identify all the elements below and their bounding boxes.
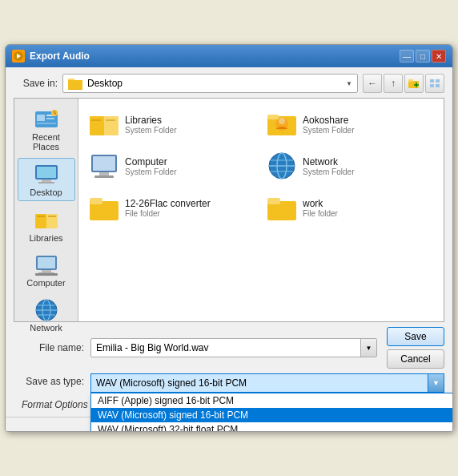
svg-rect-26 xyxy=(48,216,56,217)
save-in-label: Save in: xyxy=(14,78,58,89)
svg-rect-37 xyxy=(90,116,104,135)
svg-rect-55 xyxy=(90,198,102,204)
file-item-libraries[interactable]: Libraries System Folder xyxy=(86,107,258,142)
sidebar-item-libraries-label: Libraries xyxy=(29,233,62,243)
file-item-name-libraries: Libraries xyxy=(125,115,176,126)
svg-rect-14 xyxy=(37,115,45,121)
title-bar: Export Audio — □ ✕ xyxy=(6,45,452,67)
svg-rect-22 xyxy=(38,182,54,184)
file-item-name-flac: 12-26Flac converter xyxy=(125,198,211,209)
save-in-arrow[interactable]: ▼ xyxy=(346,80,352,87)
sidebar: Recent Places Desktop xyxy=(14,99,78,321)
sidebar-item-desktop[interactable]: Desktop xyxy=(18,158,75,201)
minimize-button[interactable]: — xyxy=(400,50,414,63)
flac-folder-icon xyxy=(90,193,119,222)
file-item-type-computer: System Folder xyxy=(125,167,176,176)
save-as-type-row: Save as type: WAV (Microsoft) signed 16-… xyxy=(14,373,444,393)
svg-point-44 xyxy=(279,118,285,124)
file-name-dropdown-btn[interactable]: ▼ xyxy=(360,339,376,357)
action-buttons: Save Cancel xyxy=(387,327,444,369)
cancel-button[interactable]: Cancel xyxy=(387,349,444,369)
file-item-type-flac: File folder xyxy=(125,209,211,218)
new-folder-button[interactable] xyxy=(404,74,424,93)
save-as-type-combo[interactable]: WAV (Microsoft) signed 16-bit PCM xyxy=(90,373,428,393)
dd-item-0[interactable]: AIFF (Apple) signed 16-bit PCM xyxy=(91,393,453,408)
file-item-network[interactable]: Network System Folder xyxy=(264,148,436,184)
save-in-row: Save in: Desktop ▼ ← ↑ xyxy=(14,74,444,93)
nav-buttons: ← ↑ xyxy=(363,74,444,93)
file-item-flac[interactable]: 12-26Flac converter File folder xyxy=(86,190,258,225)
up-button[interactable]: ↑ xyxy=(384,74,403,93)
svg-rect-57 xyxy=(267,198,280,204)
back-button[interactable]: ← xyxy=(363,74,382,93)
svg-rect-11 xyxy=(430,84,434,87)
work-folder-icon xyxy=(267,193,296,222)
view-button[interactable] xyxy=(425,74,444,93)
app-icon xyxy=(12,50,25,63)
save-in-location: Desktop xyxy=(87,78,341,89)
svg-rect-29 xyxy=(42,270,51,272)
file-item-work[interactable]: work File folder xyxy=(264,190,436,225)
svg-rect-9 xyxy=(430,79,434,83)
file-item-info-network: Network System Folder xyxy=(303,156,354,176)
libraries-folder-icon xyxy=(90,110,119,139)
file-item-type-network: System Folder xyxy=(303,167,354,176)
file-item-info-computer: Computer System Folder xyxy=(125,156,176,176)
save-button[interactable]: Save xyxy=(387,327,444,346)
sidebar-item-computer[interactable]: Computer xyxy=(18,249,75,291)
title-bar-left: Export Audio xyxy=(12,50,90,63)
computer-folder-icon xyxy=(90,151,119,180)
file-item-name-work: work xyxy=(303,198,338,209)
aokoshare-folder-icon xyxy=(267,110,296,139)
sidebar-item-computer-label: Computer xyxy=(26,278,65,288)
bottom-section: File name: Emilia - Big Big World.wav ▼ … xyxy=(14,327,444,410)
file-item-name-computer: Computer xyxy=(125,156,176,167)
sidebar-item-libraries[interactable]: Libraries xyxy=(18,204,75,246)
dd-item-2[interactable]: WAV (Microsoft) 32-bit float PCM xyxy=(91,422,453,432)
close-button[interactable]: ✕ xyxy=(432,50,446,63)
sidebar-item-desktop-label: Desktop xyxy=(30,188,62,197)
network-folder-icon xyxy=(267,151,296,180)
svg-rect-46 xyxy=(93,156,115,171)
computer-icon xyxy=(34,252,59,278)
network-icon xyxy=(34,297,59,323)
svg-rect-40 xyxy=(106,119,115,121)
svg-rect-4 xyxy=(68,80,82,89)
folder-icon xyxy=(68,77,82,90)
file-item-type-work: File folder xyxy=(303,209,338,218)
file-name-input-wrapper[interactable]: Emilia - Big Big World.wav ▼ xyxy=(90,338,377,357)
libraries-icon xyxy=(34,208,59,233)
file-item-aokoshare[interactable]: Aokoshare System Folder xyxy=(264,107,436,142)
format-options-label: Format Options xyxy=(14,399,88,410)
save-as-type-value: WAV (Microsoft) signed 16-bit PCM xyxy=(96,377,247,389)
file-item-name-aokoshare: Aokoshare xyxy=(303,115,354,126)
svg-rect-21 xyxy=(42,180,51,182)
file-item-info-flac: 12-26Flac converter File folder xyxy=(125,198,211,218)
file-item-computer[interactable]: Computer System Folder xyxy=(86,148,258,184)
recent-places-icon xyxy=(34,107,59,132)
maximize-button[interactable]: □ xyxy=(416,50,430,63)
file-item-type-libraries: System Folder xyxy=(125,126,176,135)
file-name-value: Emilia - Big Big World.wav xyxy=(91,338,360,357)
file-area: Libraries System Folder Aokoshare xyxy=(78,99,444,321)
svg-rect-16 xyxy=(46,118,54,119)
svg-rect-42 xyxy=(267,115,279,119)
svg-rect-10 xyxy=(436,79,440,83)
file-item-info-libraries: Libraries System Folder xyxy=(125,115,176,135)
svg-rect-31 xyxy=(35,273,58,276)
file-item-type-aokoshare: System Folder xyxy=(303,126,354,135)
desktop-icon xyxy=(34,162,59,188)
dd-item-1[interactable]: WAV (Microsoft) signed 16-bit PCM xyxy=(91,408,453,422)
main-area: Recent Places Desktop xyxy=(14,98,444,322)
sidebar-item-recent[interactable]: Recent Places xyxy=(18,103,75,155)
svg-rect-12 xyxy=(436,84,440,87)
file-item-name-network: Network xyxy=(303,156,354,167)
save-in-combo[interactable]: Desktop ▼ xyxy=(62,74,358,93)
title-text: Export Audio xyxy=(30,50,90,62)
file-name-label: File name: xyxy=(14,342,84,353)
save-as-type-arrow[interactable]: ▼ xyxy=(428,373,444,393)
svg-rect-25 xyxy=(37,216,45,217)
save-as-type-combo-wrapper: WAV (Microsoft) signed 16-bit PCM ▼ AIFF… xyxy=(90,373,444,393)
svg-rect-28 xyxy=(38,257,55,268)
file-name-row: File name: Emilia - Big Big World.wav ▼ … xyxy=(14,327,444,369)
